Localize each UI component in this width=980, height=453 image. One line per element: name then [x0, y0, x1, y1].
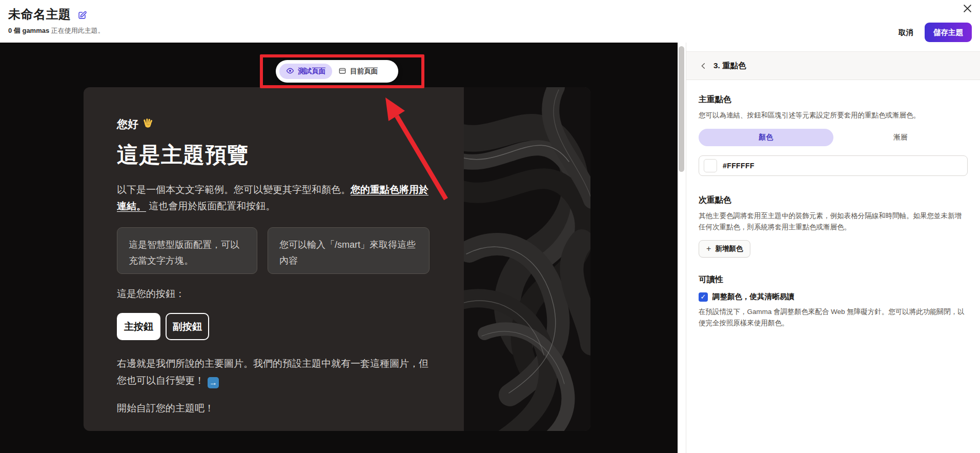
vertical-scrollbar[interactable] [679, 46, 684, 172]
theme-hero-image [464, 87, 590, 431]
panel-title: 3. 重點色 [713, 61, 746, 71]
cancel-button[interactable]: 取消 [899, 28, 913, 37]
readability-checkbox-label: 調整顏色，使其清晰易讀 [712, 292, 794, 302]
toggle-current-page[interactable]: 目前頁面 [332, 67, 384, 76]
plus-icon: + [706, 244, 711, 253]
greeting-text: 您好 [117, 117, 435, 131]
tab-gradient[interactable]: 漸層 [833, 129, 968, 146]
page-toggle: 測試頁面 目前頁面 [276, 60, 398, 83]
edit-title-icon[interactable] [77, 10, 87, 20]
theme-title: 未命名主題 [8, 6, 71, 23]
closing-text: 開始自訂您的主題吧！ [117, 402, 435, 415]
tab-color[interactable]: 顏色 [699, 129, 833, 146]
buttons-label: 這是您的按鈕： [117, 287, 435, 301]
toggle-test-page[interactable]: 測試頁面 [279, 64, 332, 79]
smart-layout-box-2[interactable]: 您可以輸入「/smart」來取得這些內容 [268, 227, 430, 274]
secondary-accent-title: 次重點色 [699, 195, 968, 206]
secondary-demo-button[interactable]: 副按鈕 [166, 313, 209, 340]
smart-layout-box-1[interactable]: 這是智慧型版面配置，可以充當文字方塊。 [117, 227, 257, 274]
primary-demo-button[interactable]: 主按鈕 [117, 313, 160, 340]
preview-body-text: 以下是一個本文文字範例。您可以變更其字型和顏色。您的重點色將用於連結。 這也會用… [117, 182, 431, 214]
color-mode-tabs: 顏色 漸層 [699, 129, 968, 146]
hex-value: #FFFFFF [723, 162, 754, 170]
primary-accent-title: 主重點色 [699, 94, 968, 105]
checkbox-checked[interactable]: ✓ [699, 292, 708, 302]
hex-color-input[interactable]: #FFFFFF [699, 155, 968, 176]
readability-description: 在預設情況下，Gamma 會調整顏色來配合 Web 無障礙方針。您可以將此功能關… [699, 306, 968, 329]
theme-preview-area: 您好 這是主題預覽 以下 [0, 43, 678, 453]
arrow-right-emoji: → [208, 377, 219, 388]
readability-title: 可讀性 [699, 274, 968, 285]
wave-hand-icon [142, 117, 153, 131]
image-description-text: 右邊就是我們所說的主要圖片。我們的預設主題中就有一套這種圖片，但您也可以自行變更… [117, 355, 432, 389]
save-theme-button[interactable]: 儲存主題 [925, 23, 972, 42]
readability-checkbox-row[interactable]: ✓ 調整顏色，使其清晰易讀 [699, 292, 968, 302]
browser-window-icon [338, 67, 346, 76]
back-chevron-icon[interactable] [700, 62, 707, 70]
preview-card: 您好 這是主題預覽 以下 [84, 87, 590, 431]
theme-usage-count: 0 個 gammas 正在使用此主題。 [8, 26, 105, 35]
preview-heading: 這是主題預覽 [117, 141, 435, 169]
primary-accent-description: 您可以為連結、按鈕和區塊引述等元素設定所要套用的重點色或漸層色。 [699, 110, 968, 121]
add-color-button[interactable]: + 新增顏色 [699, 240, 750, 258]
top-bar: 未命名主題 0 個 gammas 正在使用此主題。 取消 儲存主題 [0, 0, 980, 43]
panel-header: 3. 重點色 [686, 51, 980, 80]
secondary-accent-description: 其他主要色調將套用至主題中的裝飾元素，例如表格分隔線和時間軸。如果您並未新增任何… [699, 210, 968, 233]
close-icon[interactable] [962, 3, 973, 14]
eye-icon [286, 67, 294, 76]
color-swatch[interactable] [704, 159, 717, 172]
accent-color-panel: 3. 重點色 主重點色 您可以為連結、按鈕和區塊引述等元素設定所要套用的重點色或… [686, 43, 980, 453]
